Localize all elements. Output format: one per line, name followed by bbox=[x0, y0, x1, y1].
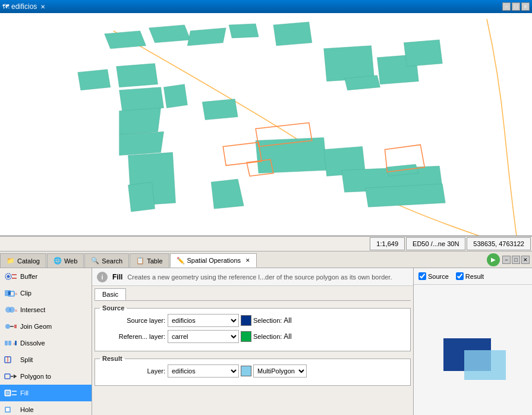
result-fieldset: Result Layer: edificios MultiPolygon bbox=[95, 355, 411, 386]
tab-bar: 📁 Catalog 🌐 Web 🔍 Search 📋 Table ✏️ Spat… bbox=[0, 251, 532, 268]
svg-marker-24 bbox=[404, 40, 442, 67]
source-checkbox-label: Source bbox=[428, 273, 449, 280]
svg-rect-42 bbox=[14, 325, 17, 328]
result-color-swatch bbox=[241, 366, 251, 376]
svg-rect-44 bbox=[8, 341, 11, 345]
svg-marker-21 bbox=[324, 46, 374, 81]
result-layer-select[interactable]: edificios bbox=[168, 364, 239, 378]
source-checkbox-group: Source bbox=[418, 272, 449, 280]
preview-header: Source Result bbox=[414, 268, 532, 285]
op-fill[interactable]: Fill bbox=[0, 385, 92, 401]
svg-rect-0 bbox=[1, 13, 531, 235]
restore-panel-button[interactable]: □ bbox=[512, 256, 520, 264]
window-title: edificios bbox=[11, 2, 37, 11]
minimize-panel-button[interactable]: − bbox=[502, 256, 511, 264]
result-type-select[interactable]: MultiPolygon bbox=[253, 364, 307, 378]
close-panel-button[interactable]: ✕ bbox=[521, 256, 530, 264]
form-area: Basic Source Source layer: edificios Sel… bbox=[92, 286, 413, 415]
web-icon: 🌐 bbox=[53, 257, 62, 265]
svg-marker-8 bbox=[119, 87, 164, 111]
source-layer-label: Source layer: bbox=[100, 317, 165, 324]
source-fieldset: Source Source layer: edificios Selection… bbox=[95, 304, 411, 351]
info-bar: i Fill Creates a new geometry using the … bbox=[92, 268, 413, 286]
result-checkbox-group: Result bbox=[456, 272, 484, 280]
preview-canvas bbox=[414, 285, 532, 415]
close-tab-icon[interactable]: ✕ bbox=[245, 257, 250, 263]
op-hole[interactable]: Hole bbox=[0, 401, 92, 415]
op-join-geom[interactable]: Join Geom bbox=[0, 318, 92, 335]
info-icon: i bbox=[97, 272, 108, 282]
svg-marker-6 bbox=[78, 70, 111, 90]
svg-marker-15 bbox=[211, 179, 244, 209]
svg-point-30 bbox=[7, 275, 10, 278]
preview-svg bbox=[432, 320, 515, 392]
reference-layer-combo: carrel Selection: All bbox=[168, 330, 292, 343]
svg-marker-4 bbox=[229, 24, 259, 38]
result-checkbox-label: Result bbox=[465, 273, 484, 280]
status-bar: 1:1,649 ED50 /...ne 30N 538635, 4763122 bbox=[0, 236, 532, 251]
op-split[interactable]: Split bbox=[0, 351, 92, 368]
maximize-button[interactable]: □ bbox=[512, 2, 520, 11]
op-clip[interactable]: = Clip bbox=[0, 285, 92, 301]
run-button[interactable]: ▶ bbox=[487, 253, 500, 266]
op-buffer[interactable]: Buffer bbox=[0, 268, 92, 285]
source-checkbox[interactable] bbox=[418, 272, 426, 280]
coords-display: 538635, 4763122 bbox=[467, 237, 531, 250]
tab-spatial-operations[interactable]: ✏️ Spatial Operations ✕ bbox=[170, 253, 257, 268]
close-button[interactable]: × bbox=[521, 2, 530, 11]
tab-table[interactable]: 📋 Table bbox=[130, 253, 169, 268]
svg-point-38 bbox=[9, 307, 15, 313]
source-selection-value: All bbox=[284, 316, 291, 325]
svg-marker-3 bbox=[187, 28, 226, 46]
close-tab-icon[interactable]: ✕ bbox=[40, 4, 45, 10]
polygon-to-icon bbox=[4, 372, 18, 381]
split-icon bbox=[4, 356, 18, 364]
reference-layer-select[interactable]: carrel bbox=[168, 330, 239, 343]
intersect-icon: = bbox=[4, 306, 18, 314]
op-polygon-to[interactable]: Polygon to bbox=[0, 368, 92, 385]
minimize-button[interactable]: − bbox=[502, 2, 511, 11]
main-form-content: i Fill Creates a new geometry using the … bbox=[92, 268, 413, 415]
tab-catalog[interactable]: 📁 Catalog bbox=[0, 253, 46, 268]
catalog-icon: 📁 bbox=[7, 257, 15, 265]
svg-marker-14 bbox=[202, 99, 238, 120]
join-geom-icon bbox=[4, 322, 18, 331]
svg-rect-46 bbox=[15, 341, 17, 345]
crs-display: ED50 /...ne 30N bbox=[406, 237, 465, 250]
form-tab-basic[interactable]: Basic bbox=[95, 288, 126, 300]
reference-selection-label: Selection: bbox=[253, 333, 282, 340]
source-layer-combo: edificios Selection: All bbox=[168, 314, 292, 327]
svg-marker-19 bbox=[366, 184, 446, 207]
map-canvas[interactable] bbox=[0, 13, 532, 236]
preview-panel: Source Result bbox=[413, 268, 532, 415]
svg-text:=: = bbox=[15, 309, 17, 313]
op-dissolve[interactable]: = Dissolve bbox=[0, 335, 92, 351]
form-tabs: Basic bbox=[95, 288, 411, 301]
result-layer-combo: edificios MultiPolygon bbox=[168, 364, 307, 378]
reference-layer-row: Referen... layer: carrel Selection: All bbox=[100, 330, 405, 343]
svg-marker-2 bbox=[149, 25, 191, 43]
fill-icon bbox=[4, 389, 18, 397]
source-selection-label: Selection: bbox=[253, 317, 282, 324]
search-icon: 🔍 bbox=[91, 257, 99, 265]
operations-sidebar: Buffer = Clip = Intersect bbox=[0, 268, 92, 415]
result-layer-row: Layer: edificios MultiPolygon bbox=[100, 364, 405, 378]
tab-web[interactable]: 🌐 Web bbox=[47, 253, 84, 268]
source-legend: Source bbox=[100, 304, 127, 312]
source-layer-select[interactable]: edificios bbox=[168, 314, 239, 327]
svg-marker-7 bbox=[117, 64, 158, 87]
svg-marker-51 bbox=[14, 375, 17, 378]
tab-search[interactable]: 🔍 Search bbox=[84, 253, 129, 268]
source-layer-row: Source layer: edificios Selection: All bbox=[100, 314, 405, 327]
svg-rect-43 bbox=[5, 341, 8, 345]
svg-rect-49 bbox=[5, 374, 10, 379]
title-bar: 🗺 edificios ✕ − □ × bbox=[0, 0, 532, 13]
svg-rect-57 bbox=[6, 408, 10, 411]
op-intersect[interactable]: = Intersect bbox=[0, 301, 92, 318]
buffer-icon bbox=[4, 272, 18, 281]
svg-rect-53 bbox=[6, 391, 10, 395]
result-legend: Result bbox=[100, 355, 125, 362]
svg-rect-35 bbox=[8, 291, 11, 295]
result-checkbox[interactable] bbox=[456, 272, 464, 280]
svg-rect-59 bbox=[464, 350, 506, 380]
